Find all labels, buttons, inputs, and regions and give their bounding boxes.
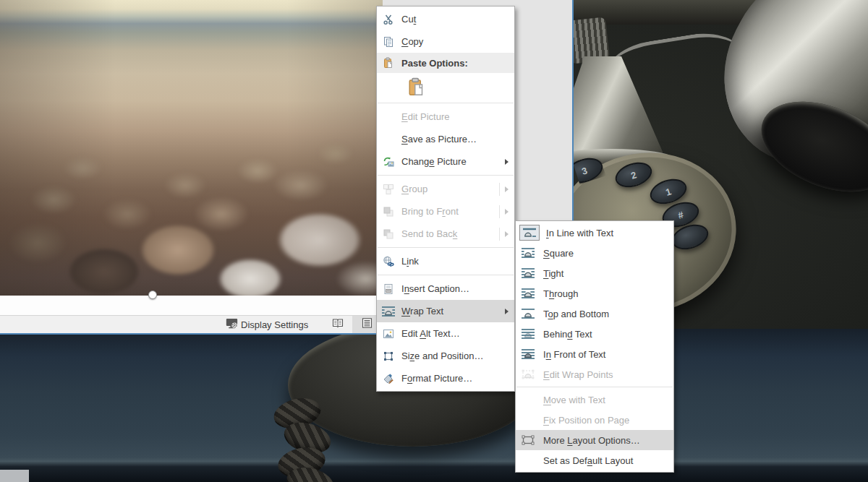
document-picture[interactable] xyxy=(0,0,383,296)
menu-item-label: Send to Back xyxy=(401,228,499,239)
menu-item-in-front-of-text[interactable]: In Front of Text xyxy=(516,344,673,364)
menu-item-label: Bring to Front xyxy=(401,206,499,217)
menu-item-label: Set as Default Layout xyxy=(543,455,673,466)
menu-item-label: Copy xyxy=(401,36,514,47)
wrap-square-icon xyxy=(519,246,537,259)
wrap-tight-icon xyxy=(519,267,537,280)
bring-front-icon xyxy=(380,206,396,218)
menu-item-square[interactable]: Square xyxy=(516,243,673,263)
menu-item-label: Insert Caption… xyxy=(401,283,514,294)
screen: 321# Display Settings xyxy=(0,0,868,482)
menu-item-cut[interactable]: Cut xyxy=(377,8,514,30)
menu-item-top-and-bottom[interactable]: Top and Bottom xyxy=(516,304,673,324)
display-settings-button[interactable]: Display Settings xyxy=(223,316,311,333)
wrap-square-icon xyxy=(380,305,396,318)
wrap-editpoints-icon xyxy=(519,368,537,381)
menu-item-copy[interactable]: Copy xyxy=(377,30,514,53)
wrap-through-icon xyxy=(519,287,537,300)
menu-item-wrap-text[interactable]: Wrap Text xyxy=(377,300,514,322)
menu-item-label: Edit Picture xyxy=(401,111,514,122)
menu-item-label: Wrap Text xyxy=(401,306,505,317)
menu-item-tight[interactable]: Tight xyxy=(516,263,673,283)
display-settings-label: Display Settings xyxy=(241,319,308,330)
menu-item-label: Paste Options: xyxy=(401,58,514,69)
read-mode-button[interactable] xyxy=(323,316,352,333)
caption-icon xyxy=(380,283,396,295)
menu-item-label: Behind Text xyxy=(543,329,673,340)
menu-item-label: Save as Picture… xyxy=(401,134,514,145)
menu-separator xyxy=(378,103,514,103)
menu-item-more-layout-options[interactable]: More Layout Options… xyxy=(516,430,673,450)
menu-item-link[interactable]: Link xyxy=(377,250,514,272)
menu-item-through[interactable]: Through xyxy=(516,283,673,304)
menu-item-change-picture[interactable]: Change Picture xyxy=(377,150,514,173)
send-back-icon xyxy=(380,228,396,240)
menu-item-paste-keep-source-formatting[interactable] xyxy=(377,73,514,100)
menu-item-label: Size and Position… xyxy=(401,350,514,361)
size-position-icon xyxy=(380,350,396,362)
link-icon xyxy=(380,256,396,267)
menu-item-label: More Layout Options… xyxy=(543,435,673,446)
menu-separator xyxy=(378,175,514,176)
more-layout-icon xyxy=(519,434,537,447)
copy-icon xyxy=(380,36,396,48)
document-page xyxy=(0,296,383,315)
menu-separator xyxy=(378,247,514,248)
menu-item-move-with-text: Move with Text xyxy=(516,390,673,410)
wrap-text-submenu: In Line with TextSquareTightThroughTop a… xyxy=(515,220,674,473)
menu-item-in-line-with-text[interactable]: In Line with Text xyxy=(516,223,673,243)
menu-item-label: Top and Bottom xyxy=(543,309,673,319)
menu-item-label: Move with Text xyxy=(543,395,673,405)
read-mode-icon xyxy=(331,317,344,332)
menu-item-label: Group xyxy=(401,184,499,194)
menu-item-label: Square xyxy=(543,248,673,259)
group-icon xyxy=(380,184,396,195)
menu-item-label: In Line with Text xyxy=(546,228,673,238)
wrap-front-icon xyxy=(519,348,537,361)
menu-item-label: Cut xyxy=(401,14,514,25)
submenu-arrow-icon xyxy=(505,159,509,165)
wrap-inline-icon xyxy=(519,225,540,241)
menu-item-label: Format Picture… xyxy=(401,373,514,384)
menu-item-save-as-picture[interactable]: Save as Picture… xyxy=(377,128,514,150)
menu-separator xyxy=(516,387,673,387)
menu-item-format-picture[interactable]: Format Picture… xyxy=(377,367,514,390)
menu-item-label: Link xyxy=(401,256,514,267)
menu-item-label: Edit Wrap Points xyxy=(543,369,673,380)
photo-haze xyxy=(0,0,383,296)
submenu-arrow-icon xyxy=(505,231,509,237)
menu-item-fix-position-on-page: Fix Position on Page xyxy=(516,410,673,430)
scissors-icon xyxy=(380,14,396,25)
paste-large-icon xyxy=(407,77,426,96)
change-picture-icon xyxy=(380,156,396,168)
menu-item-label: Edit Alt Text… xyxy=(401,328,514,339)
menu-item-size-and-position[interactable]: Size and Position… xyxy=(377,345,514,367)
menu-item-label: Change Picture xyxy=(401,156,505,167)
menu-item-edit-picture: Edit Picture xyxy=(377,106,514,128)
menu-item-edit-alt-text[interactable]: Edit Alt Text… xyxy=(377,322,514,345)
menu-separator xyxy=(378,275,514,275)
submenu-arrow-icon xyxy=(505,186,509,192)
menu-item-label: Through xyxy=(543,288,673,299)
menu-item-edit-wrap-points: Edit Wrap Points xyxy=(516,364,673,384)
menu-item-label: In Front of Text xyxy=(543,349,673,360)
picture-resize-handle[interactable] xyxy=(148,291,157,299)
wrap-topbottom-icon xyxy=(519,307,537,320)
menu-item-group: Group xyxy=(377,178,514,200)
menu-item-send-to-back: Send to Back xyxy=(377,223,514,245)
picture-context-menu: Cut Copy Paste Options:Edit PictureSave … xyxy=(376,6,515,392)
format-picture-icon xyxy=(380,373,396,384)
alt-text-icon xyxy=(380,328,396,340)
menu-item-insert-caption[interactable]: Insert Caption… xyxy=(377,277,514,300)
paste-icon xyxy=(380,57,396,69)
menu-item-label: Tight xyxy=(543,268,673,279)
wallpaper-corner-patch xyxy=(0,470,29,482)
print-layout-icon xyxy=(361,317,373,332)
submenu-arrow-icon xyxy=(505,209,509,215)
submenu-arrow-icon xyxy=(505,309,509,314)
menu-item-label: Fix Position on Page xyxy=(543,415,673,426)
wrap-behind-icon xyxy=(519,327,537,340)
menu-item-set-as-default-layout[interactable]: Set as Default Layout xyxy=(516,450,673,470)
menu-item-bring-to-front: Bring to Front xyxy=(377,200,514,223)
menu-item-behind-text[interactable]: Behind Text xyxy=(516,324,673,344)
